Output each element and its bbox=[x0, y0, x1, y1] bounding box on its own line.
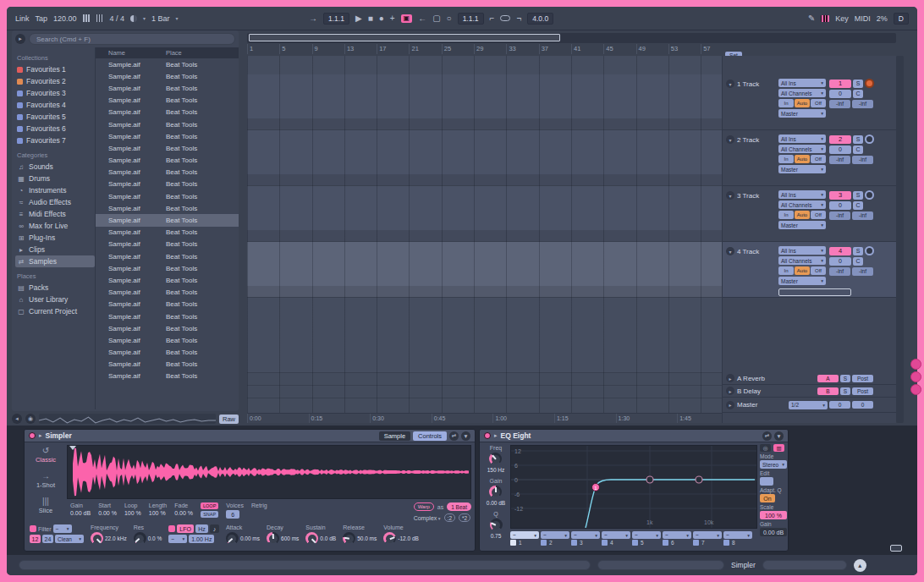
monitor-off-button[interactable]: Off bbox=[811, 266, 826, 275]
place-item[interactable]: ▤ Packs bbox=[15, 282, 95, 294]
preview-speaker-icon[interactable]: ◉ bbox=[25, 414, 36, 424]
file-row[interactable]: Sample.aif Beat Tools bbox=[96, 107, 239, 118]
lfo-sync-button[interactable]: ♪ bbox=[210, 524, 219, 533]
file-row[interactable]: Sample.aif Beat Tools bbox=[96, 130, 239, 142]
warp-beat-value[interactable]: 1 Beat bbox=[447, 502, 471, 511]
arrangement-overview[interactable] bbox=[247, 33, 896, 43]
input-channel-chooser[interactable]: All Channels bbox=[778, 200, 826, 209]
solo-button[interactable]: S bbox=[853, 135, 863, 144]
audition-icon[interactable]: ◎ bbox=[760, 444, 771, 452]
filter-slope-24-button[interactable]: 24 bbox=[42, 535, 53, 543]
bar-ruler[interactable]: 159131721252933374145495357 bbox=[247, 44, 722, 55]
file-list-header[interactable]: Name Place bbox=[96, 47, 239, 58]
mixer-section-toggle-mixer[interactable] bbox=[910, 384, 921, 395]
gain-value[interactable]: 0.00 dB bbox=[70, 510, 91, 516]
input-type-chooser[interactable]: All Ins bbox=[778, 79, 826, 87]
warp-half-button[interactable]: :2 bbox=[444, 513, 455, 522]
volume-field[interactable]: 0 bbox=[829, 90, 851, 98]
punch-out-icon[interactable]: ¬ bbox=[516, 14, 521, 23]
file-row[interactable]: Sample.aif Beat Tools bbox=[96, 274, 239, 286]
eq-gain-knob[interactable] bbox=[489, 486, 502, 498]
return-post-button[interactable]: Post bbox=[852, 387, 873, 395]
band-activator[interactable] bbox=[510, 540, 516, 546]
input-channel-chooser[interactable]: All Channels bbox=[778, 145, 826, 153]
solo-button[interactable]: S bbox=[853, 191, 863, 200]
volume-knob[interactable] bbox=[383, 532, 396, 545]
track-lane-3[interactable] bbox=[247, 186, 722, 242]
track-lane-2[interactable] bbox=[247, 130, 722, 186]
eq-band[interactable]: ~ 6 bbox=[663, 531, 691, 546]
place-item[interactable]: ⌂ User Library bbox=[15, 294, 95, 305]
mode-slice[interactable]: ||| Slice bbox=[39, 497, 52, 514]
play-button[interactable]: ▶ bbox=[355, 14, 362, 23]
track-name[interactable]: 2 Track bbox=[737, 136, 759, 144]
file-row[interactable]: Sample.aif Beat Tools bbox=[96, 82, 239, 94]
search-input[interactable] bbox=[29, 33, 235, 45]
band-filter-type-chooser[interactable]: ~ bbox=[632, 531, 661, 539]
start-value[interactable]: 0.00 % bbox=[98, 510, 117, 516]
track-header-4[interactable]: ▾ 4 Track All Ins All Channels In Auto O… bbox=[723, 242, 897, 298]
lfo-shape-chooser[interactable]: ~ bbox=[168, 535, 187, 543]
output-chooser[interactable]: Master bbox=[778, 165, 826, 173]
nudge-down-icon[interactable] bbox=[83, 14, 91, 22]
device-activator[interactable] bbox=[29, 432, 36, 439]
eq-band[interactable]: ~ 7 bbox=[693, 531, 722, 546]
tab-sample[interactable]: Sample bbox=[379, 431, 410, 441]
filter-toggle[interactable] bbox=[30, 525, 36, 532]
file-row[interactable]: Sample.aif Beat Tools bbox=[96, 202, 239, 214]
draw-pencil-icon[interactable]: ✎ bbox=[808, 14, 815, 23]
file-row[interactable]: Sample.aif Beat Tools bbox=[96, 155, 239, 167]
file-row[interactable]: Sample.aif Beat Tools bbox=[96, 58, 239, 70]
category-item[interactable]: ⊞ Plug-Ins bbox=[15, 232, 95, 244]
empty-lane-area[interactable] bbox=[247, 298, 722, 372]
file-row[interactable]: Sample.aif Beat Tools bbox=[96, 262, 239, 274]
return-track-b[interactable]: ▸ B Delay B S Post bbox=[723, 385, 897, 398]
band-filter-type-chooser[interactable]: ~ bbox=[663, 531, 691, 539]
category-item[interactable]: ≡ Midi Effects bbox=[15, 208, 95, 220]
band-activator[interactable] bbox=[663, 540, 668, 546]
file-row[interactable]: Sample.aif Beat Tools bbox=[96, 118, 239, 130]
eq-band[interactable]: ~ 4 bbox=[602, 531, 630, 546]
filter-type-chooser[interactable]: ~ bbox=[53, 524, 72, 533]
input-channel-chooser[interactable]: All Channels bbox=[778, 256, 826, 265]
arm-button[interactable] bbox=[865, 79, 874, 88]
eq-q-knob[interactable] bbox=[490, 519, 503, 531]
eq-band[interactable]: ~ 8 bbox=[723, 531, 752, 546]
lfo-hz-button[interactable]: Hz bbox=[195, 524, 208, 533]
overdub-button[interactable]: + bbox=[390, 14, 395, 23]
master-name[interactable]: Master bbox=[737, 401, 757, 409]
band-filter-type-chooser[interactable]: ~ bbox=[571, 531, 600, 539]
file-row[interactable]: Sample.aif Beat Tools bbox=[96, 214, 239, 226]
return-lane-a[interactable] bbox=[247, 372, 722, 385]
eq-band[interactable]: ~ 5 bbox=[632, 531, 661, 546]
file-row[interactable]: Sample.aif Beat Tools bbox=[96, 334, 239, 346]
return-name[interactable]: B Delay bbox=[737, 387, 761, 395]
category-item[interactable]: ▦ Drums bbox=[15, 173, 95, 184]
decay-knob[interactable] bbox=[267, 532, 279, 545]
track-name[interactable]: 1 Track bbox=[737, 80, 759, 88]
sustain-knob[interactable] bbox=[305, 532, 318, 545]
pan-field[interactable]: C bbox=[853, 201, 863, 210]
warp-button[interactable]: Warp bbox=[414, 502, 434, 511]
sample-display[interactable] bbox=[67, 445, 471, 499]
warp-mode-chooser[interactable]: Complex bbox=[414, 515, 441, 521]
loop-length-field[interactable]: 4.0.0 bbox=[527, 13, 553, 25]
band-filter-type-chooser[interactable]: ~ bbox=[602, 531, 630, 539]
tap-tempo-button[interactable]: Tap bbox=[36, 14, 48, 23]
track-header-2[interactable]: ▾ 2 Track All Ins All Channels In Auto O… bbox=[723, 130, 897, 186]
computer-midi-keyboard-button[interactable] bbox=[821, 15, 829, 22]
quantization-dropdown-icon[interactable]: ▾ bbox=[176, 15, 179, 21]
raw-button[interactable]: Raw bbox=[219, 415, 239, 424]
return-post-button[interactable]: Post bbox=[852, 375, 873, 382]
band-activator[interactable] bbox=[541, 540, 547, 546]
solo-button[interactable]: S bbox=[853, 80, 863, 88]
file-row[interactable]: Sample.aif Beat Tools bbox=[96, 178, 239, 190]
monitor-off-button[interactable]: Off bbox=[811, 155, 826, 163]
output-gain-field[interactable]: 0.00 dB bbox=[760, 528, 787, 536]
pan-field[interactable]: C bbox=[853, 257, 863, 266]
retrig-label[interactable]: Retrig bbox=[251, 502, 267, 508]
volume-field[interactable]: 0 bbox=[829, 257, 851, 266]
mode-chooser[interactable]: Stereo bbox=[760, 460, 787, 469]
track-fold-icon[interactable]: ▾ bbox=[726, 80, 734, 88]
collection-item[interactable]: Favourites 6 bbox=[15, 123, 95, 135]
